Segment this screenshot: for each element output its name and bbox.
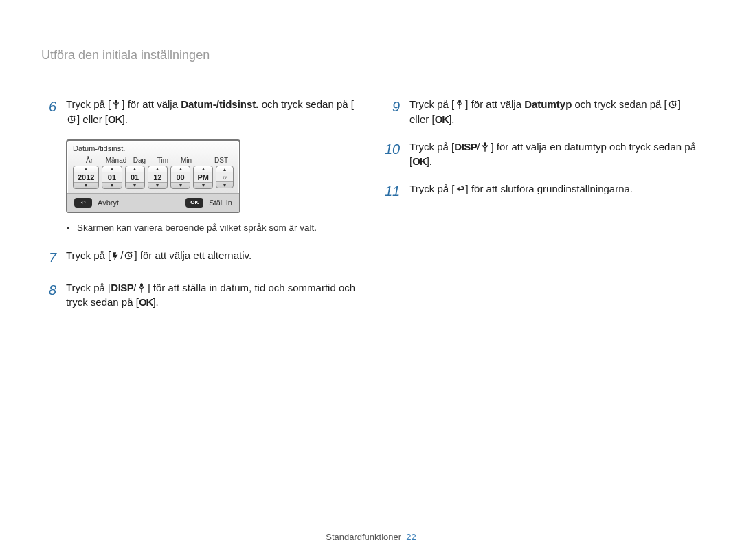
macro-icon	[111, 99, 122, 110]
month-spinner[interactable]: ▴ 01 ▾	[102, 166, 122, 189]
t: Datum-/tidsinst.	[181, 98, 258, 110]
t: och tryck sedan på [	[259, 98, 354, 110]
chevron-up-icon[interactable]: ▴	[171, 166, 190, 172]
footer-section: Standardfunktioner	[326, 532, 401, 542]
chevron-up-icon[interactable]: ▴	[194, 166, 212, 172]
step-number: 10	[385, 139, 400, 170]
panel-title: Datum-/tidsinst.	[67, 141, 239, 155]
chevron-down-icon[interactable]: ▾	[194, 183, 212, 188]
t: Datumtyp	[524, 98, 572, 110]
chevron-up-icon[interactable]: ▴	[74, 166, 98, 172]
t: Tryck på [	[66, 249, 111, 261]
step-text: Tryck på [DISP/] för att ställa in datum…	[66, 280, 357, 311]
t: ] eller [	[77, 113, 108, 125]
chevron-down-icon[interactable]: ▾	[148, 183, 167, 188]
step-number: 11	[385, 181, 400, 201]
ampm-spinner[interactable]: ▴ PM ▾	[193, 166, 213, 189]
dst-off-icon: ☼	[216, 172, 233, 182]
disp-icon: DISP	[454, 141, 477, 153]
panel-bottom-bar: Avbryt OK Ställ In	[67, 193, 239, 212]
t: och tryck sedan på [	[572, 98, 666, 110]
chevron-down-icon[interactable]: ▾	[171, 183, 190, 188]
chevron-up-icon[interactable]: ▴	[102, 166, 121, 172]
t: Tryck på [	[409, 98, 454, 110]
step-text: Tryck på [] för att välja Datum-/tidsins…	[66, 97, 357, 127]
t: ].	[153, 296, 158, 308]
note: Skärmen kan variera beroende på vilket s…	[66, 223, 357, 233]
footer-page-number: 22	[406, 532, 416, 542]
page-footer: Standardfunktioner 22	[0, 532, 742, 542]
left-column: 6 Tryck på [] för att välja Datum-/tidsi…	[41, 97, 357, 322]
chevron-down-icon[interactable]: ▾	[126, 183, 144, 188]
t: Tryck på [	[409, 183, 454, 194]
set-label: Ställ In	[209, 199, 232, 207]
hdr-day: Dag	[128, 157, 151, 164]
day-spinner[interactable]: ▴ 01 ▾	[125, 166, 145, 189]
macro-icon	[136, 282, 147, 293]
year-value: 2012	[74, 172, 98, 183]
ok-badge-icon: OK	[186, 198, 203, 208]
back-icon	[74, 198, 92, 208]
back-icon	[455, 183, 466, 194]
panel-headers: År Månad Dag Tim Min DST	[67, 155, 239, 165]
disp-icon: DISP	[111, 282, 133, 293]
hdr-hour: Tim	[151, 157, 175, 164]
hdr-dst: DST	[198, 157, 232, 164]
t: ] för att välja	[465, 98, 524, 110]
page: Utföra den initiala inställningen 6 Tryc…	[0, 0, 742, 560]
chevron-up-icon[interactable]: ▴	[216, 166, 233, 172]
step-11: 11 Tryck på [] för att slutföra grundins…	[385, 181, 701, 201]
month-value: 01	[102, 172, 121, 183]
t: ].	[427, 155, 432, 167]
right-column: 9 Tryck på [] för att välja Datumtyp och…	[385, 97, 701, 322]
min-spinner[interactable]: ▴ 00 ▾	[170, 166, 190, 189]
t: ].	[449, 113, 454, 125]
step-number: 6	[41, 97, 56, 127]
t: ] för att slutföra grundinställningarna.	[466, 183, 633, 194]
step-text: Tryck på [/] för att välja ett alternati…	[66, 248, 251, 268]
flash-icon	[111, 251, 120, 261]
step-8: 8 Tryck på [DISP/] för att ställa in dat…	[41, 280, 357, 311]
hdr-year: År	[74, 157, 104, 164]
timer-icon	[66, 114, 77, 125]
ok-icon: OK	[108, 113, 122, 125]
ok-icon: OK	[435, 113, 449, 125]
year-spinner[interactable]: ▴ 2012 ▾	[73, 166, 99, 189]
t: Tryck på [	[66, 282, 111, 293]
step-text: Tryck på [] för att slutföra grundinstäl…	[409, 181, 633, 201]
hdr-min: Min	[175, 157, 198, 164]
t: Tryck på [	[409, 141, 454, 153]
chevron-up-icon[interactable]: ▴	[148, 166, 167, 172]
t: ] för att välja	[122, 98, 181, 110]
step-9: 9 Tryck på [] för att välja Datumtyp och…	[385, 97, 701, 127]
ampm-value: PM	[194, 172, 212, 183]
macro-icon	[480, 142, 491, 153]
ok-icon: OK	[412, 155, 427, 167]
t: ].	[122, 113, 128, 125]
chevron-down-icon[interactable]: ▾	[216, 182, 233, 188]
chevron-down-icon[interactable]: ▾	[74, 183, 98, 188]
step-number: 7	[41, 248, 56, 268]
day-value: 01	[126, 172, 144, 183]
step-text: Tryck på [DISP/] för att välja en datumt…	[409, 139, 701, 170]
spinner-row: ▴ 2012 ▾ ▴ 01 ▾ ▴ 01 ▾ ▴	[67, 165, 239, 193]
step-text: Tryck på [] för att välja Datumtyp och t…	[409, 97, 701, 127]
chevron-up-icon[interactable]: ▴	[126, 166, 144, 172]
timer-icon	[667, 99, 678, 110]
step-number: 9	[385, 97, 400, 127]
t: ] för att välja ett alternativ.	[134, 249, 251, 261]
date-time-panel: Datum-/tidsinst. År Månad Dag Tim Min DS…	[66, 139, 240, 213]
step-7: 7 Tryck på [/] för att välja ett alterna…	[41, 248, 357, 268]
step-6: 6 Tryck på [] för att välja Datum-/tidsi…	[41, 97, 357, 127]
min-value: 00	[171, 172, 190, 183]
hdr-month: Månad	[104, 157, 128, 164]
dst-spinner[interactable]: ▴ ☼ ▾	[216, 166, 234, 188]
chevron-down-icon[interactable]: ▾	[102, 183, 121, 188]
t: Tryck på [	[66, 98, 111, 110]
hour-spinner[interactable]: ▴ 12 ▾	[148, 166, 168, 189]
macro-icon	[454, 99, 465, 110]
timer-icon	[123, 250, 134, 261]
step-10: 10 Tryck på [DISP/] för att välja en dat…	[385, 139, 701, 170]
hour-value: 12	[148, 172, 167, 183]
content-columns: 6 Tryck på [] för att välja Datum-/tidsi…	[41, 97, 701, 322]
